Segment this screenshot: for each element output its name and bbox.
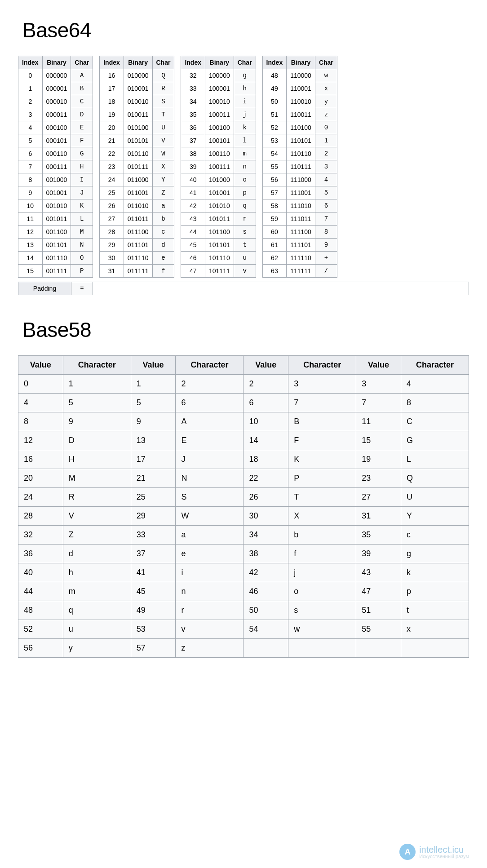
table-row: 32Z33a34b35c	[18, 526, 469, 545]
b58-char: e	[176, 545, 244, 563]
b64-binary: 011010	[124, 199, 152, 213]
table-row: 12D13E14F15G	[18, 431, 469, 450]
b64-index: 53	[262, 134, 287, 147]
b64-index: 28	[100, 226, 124, 239]
b64-index: 41	[181, 186, 205, 199]
table-row: 531101011	[262, 134, 337, 147]
b58-value: 44	[18, 582, 63, 601]
table-row: 18010010S	[100, 95, 174, 108]
b64-char: e	[152, 252, 174, 265]
b64-char: 0	[315, 121, 337, 134]
b64-index: 52	[262, 121, 287, 134]
b64-header-char: Char	[152, 56, 174, 69]
b64-index: 54	[262, 147, 287, 160]
b64-binary: 010101	[124, 134, 152, 147]
b58-value: 22	[244, 469, 288, 488]
b58-char: N	[176, 469, 244, 488]
b64-index: 5	[18, 134, 43, 147]
table-row: 7000111H	[18, 160, 93, 173]
b64-binary: 001001	[42, 186, 71, 199]
b64-index: 50	[262, 95, 287, 108]
b64-index: 44	[181, 226, 205, 239]
b58-value: 31	[356, 507, 401, 526]
b64-header-index: Index	[18, 56, 43, 69]
table-row: 8001000I	[18, 173, 93, 186]
b64-char: f	[152, 265, 174, 278]
b58-header-character: Character	[401, 356, 469, 375]
b58-char: V	[63, 507, 131, 526]
b64-char: B	[71, 82, 93, 95]
b58-value: 29	[131, 507, 176, 526]
b64-binary: 111000	[287, 173, 315, 186]
b64-char: t	[234, 239, 256, 252]
table-row: 36100100k	[181, 121, 256, 134]
b64-index: 39	[181, 160, 205, 173]
b58-value: 50	[244, 601, 288, 620]
b58-value: 32	[18, 526, 63, 545]
b64-char: 1	[315, 134, 337, 147]
b58-header-character: Character	[63, 356, 131, 375]
b64-char: Q	[152, 69, 174, 82]
b64-binary: 011100	[124, 226, 152, 239]
b58-value: 46	[244, 582, 288, 601]
b64-binary: 001111	[42, 265, 71, 278]
heading-base58: Base58	[22, 318, 469, 342]
b58-value: 34	[244, 526, 288, 545]
b64-index: 32	[181, 69, 205, 82]
b64-binary: 100001	[205, 82, 234, 95]
b64-char: I	[71, 173, 93, 186]
b58-char: f	[288, 545, 356, 563]
b64-char: z	[315, 108, 337, 121]
b64-binary: 111001	[287, 186, 315, 199]
b64-char: c	[152, 226, 174, 239]
table-row: 44101100s	[181, 226, 256, 239]
table-row: 50110010y	[262, 95, 337, 108]
base64-subtable: IndexBinaryChar32100000g33100001h3410001…	[181, 56, 256, 278]
table-row: 16H17J18K19L	[18, 450, 469, 469]
b64-binary: 101100	[205, 226, 234, 239]
b64-char: u	[234, 252, 256, 265]
base58-table: ValueCharacterValueCharacterValueCharact…	[18, 355, 469, 658]
b64-binary: 001011	[42, 213, 71, 226]
b58-value: 20	[18, 469, 63, 488]
b64-char: o	[234, 173, 256, 186]
table-row: 20010100U	[100, 121, 174, 134]
table-row: 521101000	[262, 121, 337, 134]
b58-value: 45	[131, 582, 176, 601]
table-row: 601111008	[262, 226, 337, 239]
padding-label: Padding	[18, 282, 71, 295]
b64-index: 59	[262, 213, 287, 226]
table-row: 41101001p	[181, 186, 256, 199]
b64-char: q	[234, 199, 256, 213]
b64-index: 42	[181, 199, 205, 213]
b64-binary: 110010	[287, 95, 315, 108]
b64-binary: 111111	[287, 265, 315, 278]
b64-index: 20	[100, 121, 124, 134]
b64-index: 0	[18, 69, 43, 82]
b58-char	[288, 639, 356, 658]
b64-char: p	[234, 186, 256, 199]
b64-header-binary: Binary	[42, 56, 71, 69]
b58-char: 2	[176, 375, 244, 394]
b64-char: 5	[315, 186, 337, 199]
b64-index: 3	[18, 108, 43, 121]
b64-index: 2	[18, 95, 43, 108]
table-row: 38100110m	[181, 147, 256, 160]
table-row: 17010001R	[100, 82, 174, 95]
table-row: 23010111X	[100, 160, 174, 173]
b58-char: 5	[63, 394, 131, 412]
table-row: 541101102	[262, 147, 337, 160]
table-row: 44m45n46o47p	[18, 582, 469, 601]
b58-char: a	[176, 526, 244, 545]
b58-char: 1	[63, 375, 131, 394]
table-row: 9001001J	[18, 186, 93, 199]
b64-index: 24	[100, 173, 124, 186]
b64-index: 49	[262, 82, 287, 95]
b64-binary: 011111	[124, 265, 152, 278]
b64-char: /	[315, 265, 337, 278]
table-row: 26011010a	[100, 199, 174, 213]
b58-value: 48	[18, 601, 63, 620]
b64-char: v	[234, 265, 256, 278]
table-row: 52u53v54w55x	[18, 620, 469, 639]
b64-binary: 110110	[287, 147, 315, 160]
